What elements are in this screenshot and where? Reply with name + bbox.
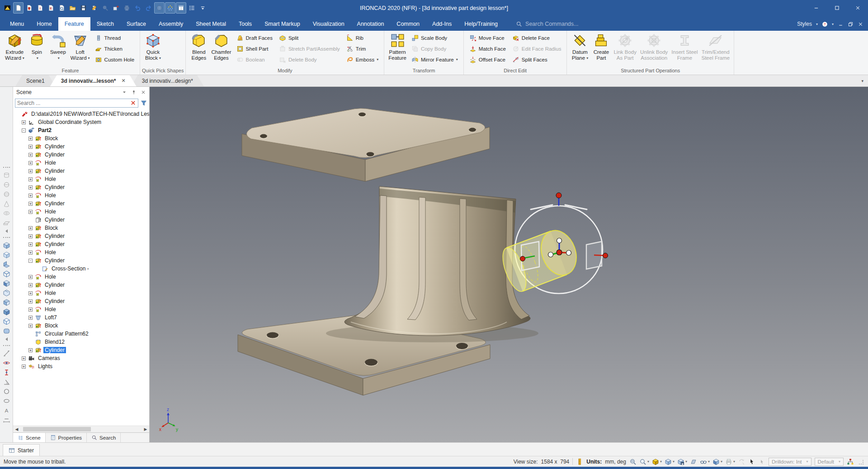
draft-faces-button[interactable]: Draft Faces — [234, 33, 275, 43]
emboss-button[interactable]: Emboss▾ — [344, 54, 382, 65]
tree-expander[interactable]: + — [28, 153, 33, 157]
menu-tab-common[interactable]: Common — [390, 17, 426, 31]
tree-item-label[interactable]: Hole — [43, 290, 57, 296]
tree-item[interactable]: +Hole — [13, 248, 149, 256]
assembly-tree-icon[interactable] — [847, 458, 854, 465]
tree-expander[interactable]: + — [28, 177, 33, 181]
select-cursor-button[interactable] — [748, 458, 755, 465]
triball-handle-right[interactable] — [603, 253, 608, 258]
frame-shape-button[interactable] — [0, 269, 13, 279]
toolbar-drag-handle[interactable] — [3, 345, 10, 347]
save-as-button[interactable] — [89, 2, 99, 14]
create-part-button[interactable]: CreatePart — [590, 32, 612, 67]
text-label-button[interactable]: A — [0, 406, 13, 415]
browse-doc-button[interactable] — [57, 2, 67, 14]
close-button[interactable] — [847, 1, 868, 15]
menu-tab-annotation[interactable]: Annotation — [351, 17, 391, 31]
split-faces-button[interactable]: Split Faces — [509, 54, 564, 65]
scene-tree-hscrollbar[interactable]: ◀ ▶ — [13, 426, 149, 432]
tree-item-label[interactable]: Hole — [43, 192, 57, 199]
match-face-button[interactable]: Match Face — [467, 43, 509, 54]
menu-tab-home[interactable]: Home — [30, 17, 58, 31]
triball-left-plane[interactable] — [521, 242, 539, 270]
tree-item-label[interactable]: Block — [43, 225, 59, 231]
notch-shape-button[interactable] — [0, 288, 13, 298]
tree-item[interactable]: +Hole — [13, 208, 149, 216]
tree-item[interactable]: +Cylinder — [13, 142, 149, 151]
tree-expander[interactable]: + — [28, 210, 33, 214]
tree-expander[interactable]: + — [28, 145, 33, 149]
tree-expander[interactable]: + — [28, 299, 33, 303]
minimize-button[interactable] — [806, 1, 826, 15]
menu-tab-assembly[interactable]: Assembly — [152, 17, 189, 31]
measure-button[interactable] — [0, 349, 13, 358]
tree-expander[interactable]: + — [22, 120, 26, 124]
tree-item-label[interactable]: Cylinder — [43, 282, 66, 288]
tree-item-label[interactable]: Hole — [43, 160, 57, 166]
tree-expander[interactable]: + — [28, 275, 33, 279]
thread-button[interactable]: Thread — [92, 33, 137, 43]
zoom-window-button[interactable] — [629, 458, 637, 465]
panel-dropdown-icon[interactable] — [122, 90, 127, 95]
child-close-icon[interactable] — [858, 21, 863, 27]
menu-tab-sketch[interactable]: Sketch — [90, 17, 120, 31]
loft-wizard-button[interactable]: LoftWizard▾ — [69, 32, 92, 67]
tree-item[interactable]: +Cameras — [13, 354, 149, 362]
tree-item[interactable]: +Cylinder — [13, 297, 149, 305]
thicken-button[interactable]: Thicken — [92, 43, 137, 54]
rib-button[interactable]: Rib — [344, 33, 382, 43]
tree-expander[interactable]: + — [28, 251, 33, 255]
section-view-button[interactable] — [0, 368, 13, 377]
default-config-select[interactable]: Default▾ — [815, 458, 844, 466]
triball-handle-top[interactable] — [556, 193, 561, 198]
toolbar-drag-handle[interactable] — [3, 237, 10, 239]
scroll-left-icon[interactable]: ◀ — [13, 426, 20, 433]
tree-item[interactable]: +Cylinder — [13, 199, 149, 208]
cone-tool-button[interactable] — [0, 199, 13, 208]
tree-expander[interactable]: + — [22, 356, 26, 360]
open-folder-button[interactable] — [67, 2, 78, 14]
filter-icon[interactable] — [140, 99, 147, 107]
tree-item[interactable]: -Part2 — [13, 126, 149, 134]
revolve-tool-button[interactable] — [0, 171, 13, 180]
tree-expander[interactable]: + — [28, 185, 33, 189]
tree-item[interactable]: +Hole — [13, 305, 149, 313]
tree-item[interactable]: -Cylinder — [13, 256, 149, 265]
hollow-cube-shape-button[interactable] — [0, 317, 13, 326]
tree-item[interactable]: Blend12 — [13, 338, 149, 346]
tree-item-label[interactable]: Cylinder — [43, 241, 66, 247]
render-button[interactable] — [154, 2, 165, 14]
drilldown-select[interactable]: Drilldown: Int▾ — [769, 458, 811, 466]
redo-button[interactable] — [143, 2, 154, 14]
dropdown-arrow-icon[interactable]: ▾ — [660, 460, 662, 464]
center-handle-y[interactable] — [548, 252, 553, 257]
dropdown-arrow-icon[interactable]: ▾ — [733, 460, 735, 464]
delete-face-button[interactable]: Delete Face — [509, 33, 564, 43]
new-scene-button[interactable] — [13, 2, 24, 14]
tree-item-label[interactable]: Hole — [43, 274, 57, 280]
panel-tab-properties[interactable]: Properties — [46, 433, 87, 442]
tree-item-label[interactable]: Hole — [43, 208, 57, 215]
tree-item-label[interactable]: Cylinder — [43, 184, 66, 190]
tree-expander[interactable]: + — [22, 365, 26, 369]
dropdown-arrow-icon[interactable]: ▾ — [673, 460, 675, 464]
dropdown-arrow-icon[interactable]: ▾ — [708, 460, 710, 464]
sphere-tool-button[interactable] — [0, 189, 13, 199]
hscroll-track[interactable] — [20, 426, 142, 432]
torus-tool-button[interactable] — [0, 208, 13, 218]
export-file-button[interactable]: E — [46, 2, 56, 14]
help-icon[interactable]: ? — [822, 21, 828, 27]
tree-item[interactable]: +Block — [13, 134, 149, 142]
extrude-wizard-button[interactable]: ExtrudeWizard▾ — [3, 32, 26, 67]
hscroll-thumb[interactable] — [23, 427, 91, 431]
starter-tab[interactable]: Starter — [3, 444, 40, 456]
tree-item-label[interactable]: Cylinder — [43, 152, 66, 158]
tree-item[interactable]: +Block — [13, 224, 149, 232]
tree-item-label[interactable]: Block — [43, 322, 59, 329]
tree-expander[interactable]: + — [28, 202, 33, 206]
list-view-button[interactable] — [187, 2, 197, 14]
move-face-button[interactable]: Move Face — [467, 33, 509, 43]
cylinder-tool-button[interactable] — [0, 180, 13, 189]
tree-item-label[interactable]: Circular Pattern62 — [43, 331, 90, 337]
tree-item[interactable]: +Lights — [13, 362, 149, 370]
